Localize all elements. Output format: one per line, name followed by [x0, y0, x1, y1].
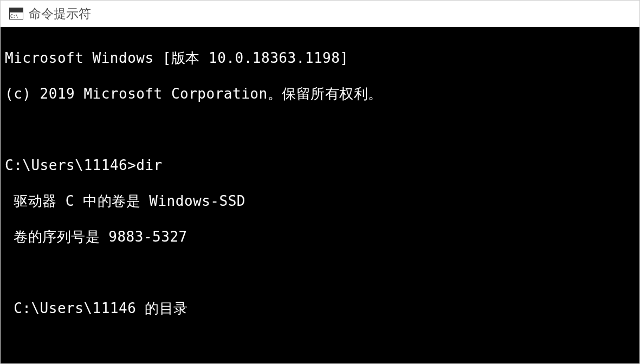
blank-line [5, 121, 635, 139]
blank-line [5, 264, 635, 282]
dir-of-line: C:\Users\11146 的目录 [5, 300, 635, 317]
window-title: 命令提示符 [29, 5, 91, 22]
terminal-output[interactable]: Microsoft Windows [版本 10.0.18363.1198] (… [1, 27, 639, 363]
volume-line: 驱动器 C 中的卷是 Windows-SSD [5, 192, 635, 210]
title-bar[interactable]: 命令提示符 [1, 1, 639, 27]
prompt-line: C:\Users\11146>dir [5, 157, 635, 174]
cmd-icon [9, 8, 23, 20]
header-line-1: Microsoft Windows [版本 10.0.18363.1198] [5, 49, 635, 67]
header-line-2: (c) 2019 Microsoft Corporation。保留所有权利。 [5, 85, 635, 103]
serial-line: 卷的序列号是 9883-5327 [5, 228, 635, 246]
blank-line [5, 335, 635, 353]
